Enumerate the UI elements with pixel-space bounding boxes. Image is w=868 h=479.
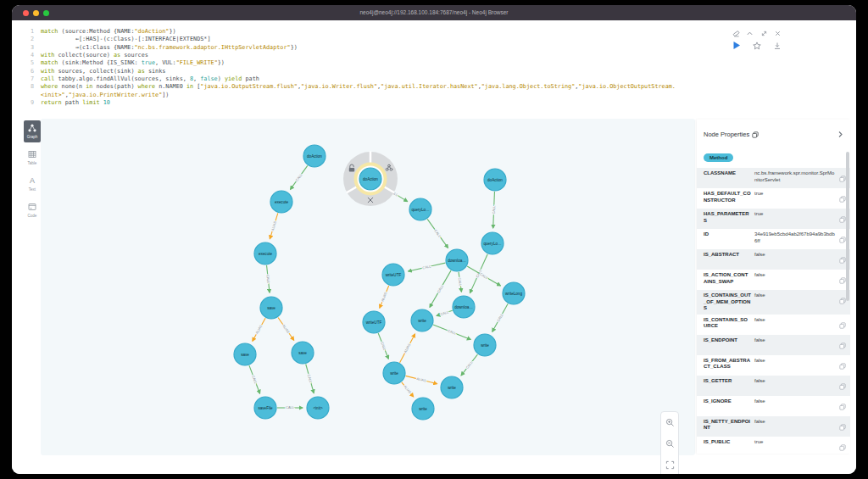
close-window-button[interactable] xyxy=(23,10,29,16)
code-token: }) xyxy=(218,59,225,67)
code-token: n.NAME0 xyxy=(159,83,186,91)
graph-canvas[interactable]: CALLALIASCALLALIASALIASCALLCALLCALLCALLC… xyxy=(41,119,695,455)
graph-node-selected[interactable]: doAction xyxy=(343,152,398,207)
node-label: writeLong xyxy=(505,292,522,296)
view-tab-table[interactable]: Table xyxy=(24,147,41,169)
copy-icon[interactable] xyxy=(839,337,846,353)
graph-node[interactable]: write xyxy=(474,334,496,356)
zoom-out-icon[interactable] xyxy=(665,437,675,452)
node-label-badge[interactable]: Method xyxy=(704,153,733,162)
macos-titlebar: neo4j@neo4j://192.168.100.184:7687/neo4j… xyxy=(12,5,856,20)
code-token: ]) xyxy=(162,92,169,99)
code-token: "java.util.Iterator.hasNext" xyxy=(381,83,478,91)
graph-node[interactable]: writeLong xyxy=(503,282,525,304)
code-line[interactable]: 2 ←[:HAS]-(c:Class)-[:INTERFACE|EXTENDS*… xyxy=(25,36,793,43)
panel-scrollbar-thumb[interactable] xyxy=(846,152,849,301)
maximize-window-button[interactable] xyxy=(43,10,49,16)
code-line[interactable]: 3 →(c1:Class {NAME:"nc.bs.framework.adap… xyxy=(25,44,793,52)
copy-icon[interactable] xyxy=(839,191,846,206)
property-row: IS_PUBLICtrue xyxy=(697,437,850,454)
graph-node[interactable]: save xyxy=(234,343,256,365)
window-title: neo4j@neo4j://192.168.100.184:7687/neo4j… xyxy=(114,5,754,20)
view-tab-graph[interactable]: Graph xyxy=(24,120,41,142)
cypher-editor[interactable]: 1match (source:Method {NAME:"doAction"})… xyxy=(25,28,793,107)
copy-icon[interactable] xyxy=(839,211,846,226)
code-line[interactable]: <init>","java.io.PrintWriter.write"]) xyxy=(25,92,793,99)
copy-icon[interactable] xyxy=(839,439,846,454)
code-line[interactable]: 6with sources, collect(sink) as sinks xyxy=(25,68,793,75)
graph-node[interactable]: queryLo… xyxy=(481,232,504,254)
property-key: IS_ABSTRACT xyxy=(704,252,754,259)
code-line[interactable]: 5match (sink:Method {IS_SINK: true, VUL:… xyxy=(25,59,793,67)
favorite-star-icon[interactable] xyxy=(753,42,761,50)
collapse-frame-icon[interactable] xyxy=(746,30,754,37)
graph-node[interactable]: execute xyxy=(254,242,276,265)
graph-visualization[interactable]: CALLALIASCALLALIASALIASCALLCALLCALLCALLC… xyxy=(41,119,695,455)
node-label: write xyxy=(419,407,427,411)
graph-diagram-icon xyxy=(28,124,36,133)
graph-node[interactable]: write xyxy=(383,362,405,384)
copy-icon[interactable] xyxy=(839,419,846,434)
property-value: true xyxy=(754,191,837,198)
property-value: false xyxy=(754,378,837,385)
zoom-to-fit-icon[interactable] xyxy=(665,458,675,473)
node-label: execute xyxy=(275,200,289,204)
copy-icon[interactable] xyxy=(839,292,846,308)
graph-node[interactable]: save xyxy=(260,297,282,319)
download-icon[interactable] xyxy=(773,42,782,50)
code-line[interactable]: 7call tabby.algo.findAllVul(sources, sin… xyxy=(25,75,793,83)
minimize-window-button[interactable] xyxy=(33,10,39,16)
copy-icon[interactable] xyxy=(839,358,846,373)
fullscreen-icon[interactable] xyxy=(760,30,768,37)
graph-node[interactable]: downloa… xyxy=(453,296,475,318)
graph-zoom-toolbar xyxy=(660,411,679,474)
code-line[interactable]: 4with collect(source) as sources xyxy=(25,52,793,59)
run-button[interactable] xyxy=(732,41,741,50)
property-key: IS_CONTAINS_SOURCE xyxy=(704,317,754,330)
copy-icon[interactable] xyxy=(839,170,846,186)
graph-node[interactable]: writeUTF xyxy=(382,264,404,286)
graph-node[interactable]: queryLo… xyxy=(409,198,431,220)
line-number: 8 xyxy=(25,83,41,91)
node-label: doAction xyxy=(363,177,378,181)
code-icon xyxy=(28,203,36,212)
graph-node[interactable]: doAction xyxy=(303,145,326,167)
code-token: "java.io.Writer.flush" xyxy=(301,83,377,91)
graph-node[interactable]: write xyxy=(411,309,433,331)
zoom-in-icon[interactable] xyxy=(665,415,675,431)
graph-node[interactable]: execute xyxy=(270,191,292,213)
property-key: IS_ACTION_CONTAINS_SWAP xyxy=(704,272,754,285)
chevron-right-icon[interactable] xyxy=(837,126,843,142)
code-token: "java.lang.Object.toString" xyxy=(481,83,576,91)
graph-node[interactable]: write xyxy=(412,398,434,420)
copy-icon[interactable] xyxy=(839,252,846,267)
copy-icon[interactable] xyxy=(839,272,846,287)
view-tab-label: Table xyxy=(28,161,37,165)
line-number xyxy=(25,92,41,99)
view-tab-text[interactable]: AText xyxy=(24,173,41,195)
view-tab-code[interactable]: Code xyxy=(24,199,41,221)
graph-node[interactable]: writeUTF xyxy=(363,311,385,333)
copy-icon[interactable] xyxy=(839,317,846,332)
graph-node[interactable]: save xyxy=(292,342,314,364)
edge-label: CALL xyxy=(440,309,450,316)
graph-node[interactable]: <init> xyxy=(307,397,329,419)
close-frame-icon[interactable] xyxy=(774,30,782,37)
copy-icon[interactable] xyxy=(839,231,846,247)
graph-node[interactable]: doAction xyxy=(484,169,506,191)
edge-label: CALL xyxy=(265,275,270,284)
property-row: IS_GETTERfalse xyxy=(697,376,850,396)
code-token: (sink:Method {IS_SINK: xyxy=(62,59,142,67)
code-token: false xyxy=(200,75,217,83)
code-line[interactable]: 8where none(n in nodes(path) where n.NAM… xyxy=(25,83,793,91)
eraser-icon[interactable] xyxy=(732,30,740,37)
code-line[interactable]: 1match (source:Method {NAME:"doAction"}) xyxy=(25,28,793,36)
copy-icon[interactable] xyxy=(752,126,759,142)
copy-icon[interactable] xyxy=(839,398,846,414)
copy-icon[interactable] xyxy=(839,378,846,393)
property-value: false xyxy=(754,419,837,426)
graph-node[interactable]: downloa… xyxy=(446,249,468,271)
graph-node[interactable]: write xyxy=(441,376,463,398)
code-line[interactable]: 9return path limit 10 xyxy=(25,99,793,107)
graph-node[interactable]: saveFile xyxy=(254,397,276,419)
